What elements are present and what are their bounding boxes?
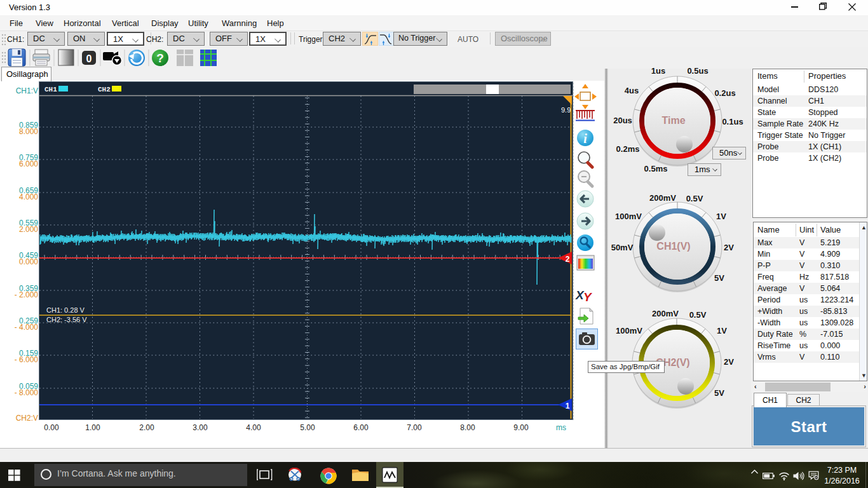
- svg-text:CH1: CH1: [44, 86, 57, 93]
- svg-text:CH1: 0.28 V: CH1: 0.28 V: [46, 306, 85, 314]
- svg-text:?: ?: [156, 51, 164, 65]
- svg-text:i: i: [583, 132, 587, 146]
- svg-text:CH2: CH2: [98, 86, 111, 93]
- svg-text:CH2: -3.56 V: CH2: -3.56 V: [46, 316, 87, 323]
- svg-text:Time: Time: [661, 115, 685, 126]
- svg-text:9.9: 9.9: [561, 106, 571, 114]
- svg-text:0: 0: [86, 53, 92, 64]
- svg-text:1: 1: [566, 402, 570, 410]
- svg-text:2: 2: [566, 255, 570, 264]
- svg-text:CH1(V): CH1(V): [656, 241, 690, 252]
- svg-text:Y: Y: [583, 290, 593, 304]
